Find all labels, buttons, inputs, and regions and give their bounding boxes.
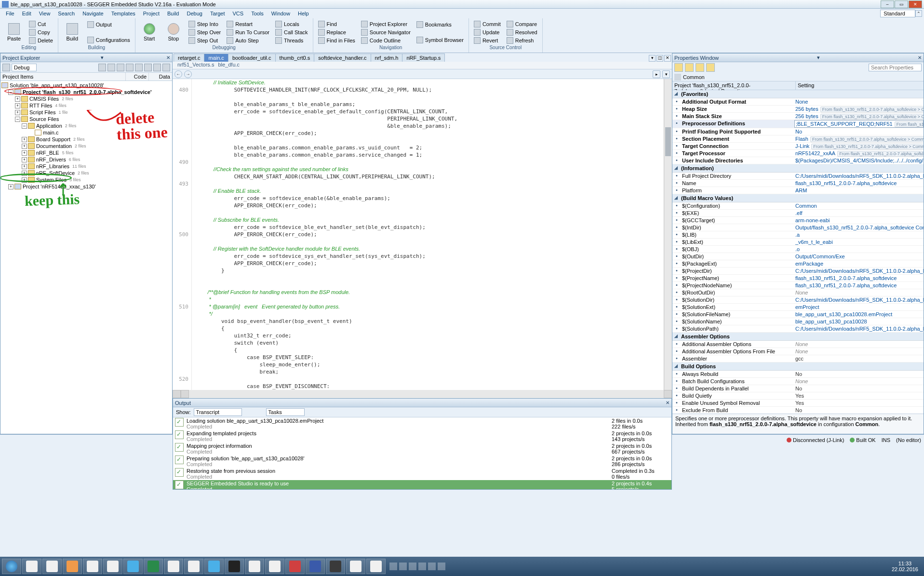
- taskbar-segger[interactable]: [366, 559, 386, 574]
- pe-col-items[interactable]: Project Items: [0, 73, 126, 80]
- property-row[interactable]: •User Include Directories$(PackagesDir)/…: [672, 157, 924, 164]
- tab-split-button[interactable]: ◫: [656, 55, 663, 62]
- output-tb1[interactable]: [634, 400, 641, 406]
- step-out-button[interactable]: Step Out: [187, 37, 223, 44]
- tab-thumb[interactable]: thumb_crt0.s: [275, 54, 315, 62]
- taskbar-outlook[interactable]: [164, 559, 183, 574]
- property-row[interactable]: •Additional Assembler OptionsNone: [672, 341, 924, 348]
- expander-icon[interactable]: +: [22, 164, 27, 169]
- expander-icon[interactable]: +: [15, 103, 20, 108]
- taskbar-skype[interactable]: [123, 559, 143, 574]
- pe-col-data[interactable]: Data: [149, 73, 172, 80]
- property-row[interactable]: •Target ProcessornRF51422_xxAAFrom flash…: [672, 150, 924, 157]
- property-row[interactable]: •$(ProjectDir)C:/Users/midi/Downloads/nR…: [672, 268, 924, 275]
- tray-icon[interactable]: [389, 563, 397, 570]
- taskbar-cmd[interactable]: [225, 559, 244, 574]
- expander-icon[interactable]: +: [22, 144, 27, 149]
- scroll-right-button[interactable]: [664, 390, 672, 398]
- taskbar-skype2[interactable]: [204, 559, 224, 574]
- pe-tb1[interactable]: [98, 64, 106, 71]
- compare-button[interactable]: Compare: [505, 20, 539, 28]
- property-row[interactable]: •$(SolutionPath)C:/Users/midi/Downloads/…: [672, 325, 924, 333]
- taskbar-pdf[interactable]: [285, 559, 305, 574]
- nav-up-button[interactable]: ▸: [653, 70, 660, 78]
- taskbar-app1[interactable]: [103, 559, 122, 574]
- property-group[interactable]: (Favorites): [672, 90, 924, 98]
- threads-button[interactable]: Threads: [273, 37, 310, 44]
- locals-button[interactable]: Locals: [273, 20, 310, 28]
- tab-nrfsdm[interactable]: nrf_sdm.h: [371, 54, 403, 62]
- menu-window[interactable]: Window: [268, 10, 294, 17]
- pe-tb6[interactable]: [144, 64, 152, 71]
- property-row[interactable]: •$(PackageExt)emPackage: [672, 260, 924, 268]
- tab-softdevice[interactable]: softdevice_handler.c: [314, 54, 371, 62]
- menu-help[interactable]: Help: [294, 10, 313, 17]
- nav-back-button[interactable]: ←: [174, 70, 182, 78]
- editor-hscrollbar[interactable]: [173, 390, 672, 398]
- panel-close-icon[interactable]: ✕: [166, 55, 170, 60]
- menu-project[interactable]: Project: [139, 10, 163, 17]
- start-button-win[interactable]: [2, 559, 21, 574]
- output-row[interactable]: Mapping project informationCompleted2 pr…: [173, 442, 671, 455]
- property-row[interactable]: •Nameflash_s130_nrf51_2.0.0-7.alpha_soft…: [672, 180, 924, 187]
- update-button[interactable]: Update: [472, 28, 503, 36]
- property-row[interactable]: •$(Configuration)Common: [672, 202, 924, 210]
- scroll-left-button[interactable]: [173, 390, 181, 398]
- menu-tools[interactable]: Tools: [247, 10, 268, 17]
- tab-main[interactable]: main.c: [204, 54, 228, 62]
- property-row[interactable]: •Additional Output FormatNone: [672, 98, 924, 106]
- menu-edit[interactable]: Edit: [18, 10, 35, 17]
- property-row[interactable]: •Assemblergcc: [672, 355, 924, 362]
- panel-close-icon[interactable]: ✕: [918, 55, 922, 60]
- tray-icon[interactable]: [428, 563, 436, 570]
- property-group[interactable]: Assembler Options: [672, 333, 924, 341]
- call-stack-button[interactable]: Call Stack: [273, 28, 310, 36]
- project-flash[interactable]: Project 'flash_s130_nrf51_2.0.0-7.alpha_…: [23, 89, 152, 95]
- code-area[interactable]: 480 490 493 500 510 520 // Initialize So…: [173, 79, 672, 390]
- property-row[interactable]: •Enable Unused Symbol RemovalYes: [672, 400, 924, 407]
- property-row[interactable]: •$(SolutionName)ble_app_uart_s130_pca100…: [672, 318, 924, 325]
- refresh-button[interactable]: Refresh: [505, 37, 539, 44]
- property-group[interactable]: (Build Macro Values): [672, 194, 924, 202]
- expander-icon[interactable]: +: [15, 96, 20, 102]
- start-button[interactable]: Start: [138, 19, 161, 45]
- copy-button[interactable]: Copy: [27, 28, 55, 36]
- property-row[interactable]: •Preprocessor Definitions;BLE_STACK_SUPP…: [672, 120, 924, 128]
- layout-combo[interactable]: Standard: [880, 10, 915, 17]
- pe-tb8[interactable]: [162, 64, 170, 71]
- property-row[interactable]: •Build QuietlyYes: [672, 392, 924, 400]
- tray-icon[interactable]: [438, 563, 445, 570]
- property-row[interactable]: •Full Project DirectoryC:/Users/midi/Dow…: [672, 173, 924, 180]
- tab-close-button[interactable]: ✕: [664, 55, 671, 62]
- out-tb-b[interactable]: [255, 408, 263, 416]
- pe-tb3[interactable]: [117, 64, 124, 71]
- editor-vscrollbar[interactable]: [664, 79, 672, 390]
- properties-search-input[interactable]: [869, 64, 922, 71]
- output-tb2[interactable]: [642, 400, 648, 406]
- property-row[interactable]: •Heap Size256 bytesFrom flash_s130_nrf51…: [672, 106, 924, 113]
- pe-tb7[interactable]: [153, 64, 161, 71]
- project-explorer-button-ribbon[interactable]: Project Explorer: [359, 20, 413, 28]
- tray-icon[interactable]: [409, 563, 416, 570]
- expander-icon[interactable]: +: [22, 171, 27, 176]
- resolved-button[interactable]: Resolved: [505, 28, 539, 36]
- property-group[interactable]: Build Options: [672, 362, 924, 371]
- project-tree[interactable]: Solution 'ble_app_uart_s130_pca10028' –P…: [0, 81, 172, 434]
- bookmarks-button[interactable]: Bookmarks: [415, 21, 466, 28]
- auto-step-button[interactable]: Auto Step: [225, 37, 271, 44]
- property-row[interactable]: •Exclude From BuildNo: [672, 407, 924, 414]
- step-into-button[interactable]: Step Into: [187, 20, 223, 28]
- project-nrf[interactable]: Project 'nRF51422_xxac_s130': [23, 184, 96, 189]
- prop-cat-button[interactable]: [685, 63, 694, 72]
- property-row[interactable]: •$(LIB).a: [672, 231, 924, 239]
- find-button[interactable]: Find: [316, 20, 357, 28]
- pe-col-code[interactable]: Code: [126, 73, 149, 80]
- subtab-vectors[interactable]: nrf51_Vectors.s: [177, 62, 214, 69]
- tab-retarget[interactable]: retarget.c: [174, 54, 204, 62]
- property-row[interactable]: •$(LibExt)_v6m_t_le_eabi: [672, 239, 924, 246]
- revert-button[interactable]: Revert: [472, 37, 503, 44]
- property-row[interactable]: •Target ConnectionJ-LinkFrom flash_s130_…: [672, 143, 924, 150]
- taskbar-excel[interactable]: [144, 559, 163, 574]
- taskbar-media[interactable]: [63, 559, 82, 574]
- taskbar-explorer[interactable]: [42, 559, 62, 574]
